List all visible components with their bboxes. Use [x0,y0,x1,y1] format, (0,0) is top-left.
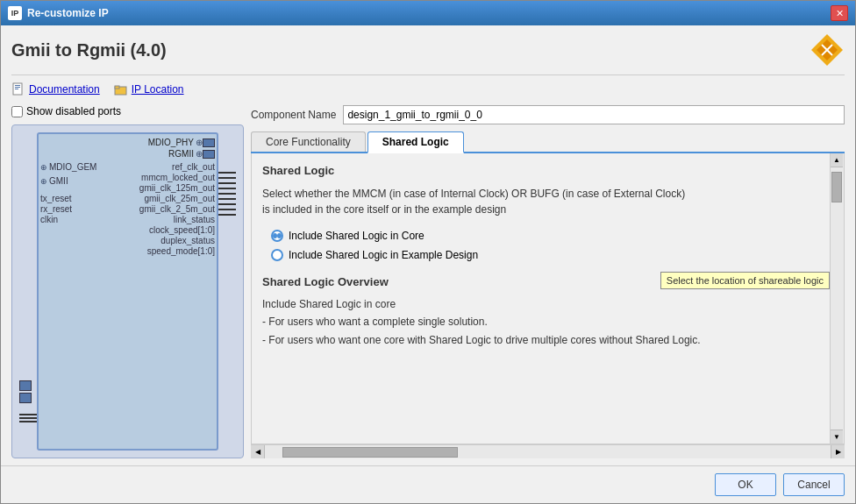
toolbar: Documentation IP Location [11,82,845,96]
scroll-down-arrow[interactable]: ▼ [831,429,843,444]
svg-rect-6 [15,87,20,88]
radio-include-example[interactable]: Include Shared Logic in Example Design [271,249,819,261]
overview-line1: Include Shared Logic in core [262,295,819,313]
radio-example-circle [271,249,283,261]
svg-rect-5 [15,85,20,86]
scroll-thumb[interactable] [831,172,842,202]
scroll-track [831,167,844,429]
show-disabled-label: Show disabled ports [26,105,121,117]
cancel-button[interactable]: Cancel [783,473,845,496]
radio-include-core[interactable]: Include Shared Logic in Core [271,230,819,242]
overview-line2: - For users who want a complete single s… [262,313,819,330]
titlebar: IP Re-customize IP ✕ [1,1,855,25]
shared-logic-content: Shared Logic Select whether the MMCM (in… [252,153,830,444]
main-window: IP Re-customize IP ✕ Gmii to Rgmii (4.0) [0,0,856,504]
footer: OK Cancel [1,465,855,503]
hscroll-right-arrow[interactable]: ▶ [831,445,845,459]
tab-core-functionality[interactable]: Core Functionality [251,131,366,152]
right-panel: Component Name Core Functionality Shared… [251,105,845,458]
ip-location-label: IP Location [132,83,184,96]
app-header: Gmii to Rgmii (4.0) [11,32,845,75]
window-icon: IP [8,6,22,20]
scroll-up-arrow[interactable]: ▲ [831,153,843,167]
documentation-label: Documentation [29,83,100,96]
left-panel: Show disabled ports [11,105,244,458]
app-title: Gmii to Rgmii (4.0) [11,40,167,60]
radio-core-circle [271,230,283,242]
tooltip-text: Select the location of shareable logic [667,275,824,286]
component-name-label: Component Name [251,109,336,121]
tabs-header: Core Functionality Shared Logic [251,131,845,153]
svg-rect-7 [15,89,18,89]
hscroll-track [265,445,831,458]
component-diagram: MDIO_PHY ⊕ RGMII ⊕ [11,124,244,458]
horizontal-scrollbar: ◀ ▶ [251,444,845,458]
ip-location-link[interactable]: IP Location [114,82,184,96]
radio-group: Include Shared Logic in Core Include Sha… [271,230,819,261]
radio-example-label: Include Shared Logic in Example Design [289,249,478,261]
overview-content: Include Shared Logic in core - For users… [262,295,819,349]
close-button[interactable]: ✕ [831,5,848,21]
documentation-link[interactable]: Documentation [11,82,100,96]
component-name-row: Component Name [251,105,845,124]
description-line1: Select whether the MMCM (in case of Inte… [262,188,685,200]
shared-logic-section-title: Shared Logic [262,164,819,177]
vertical-scrollbar: ▲ ▼ [830,153,844,444]
window-body: Gmii to Rgmii (4.0) Documentation [1,25,855,465]
folder-icon [114,82,128,96]
show-disabled-row: Show disabled ports [11,105,244,117]
doc-icon [11,82,25,96]
component-name-input[interactable] [343,105,845,124]
window-title: Re-customize IP [27,7,109,19]
hscroll-left-arrow[interactable]: ◀ [251,445,265,459]
tooltip-box: Select the location of shareable logic [660,272,830,289]
svg-rect-9 [115,86,119,89]
titlebar-left: IP Re-customize IP [8,6,109,20]
show-disabled-checkbox[interactable] [11,106,23,117]
hscroll-thumb[interactable] [282,447,458,458]
ok-button[interactable]: OK [715,473,776,496]
overview-line3: - For users who want one core with Share… [262,331,819,349]
xilinx-logo [810,32,845,67]
content-area: Show disabled ports [11,105,845,458]
description-line2: is included in the core itself or in the… [262,203,506,216]
shared-logic-description: Select whether the MMCM (in case of Inte… [262,186,819,217]
radio-core-label: Include Shared Logic in Core [289,230,424,242]
tabs-container: Core Functionality Shared Logic Shared L… [251,131,845,458]
tab-content-area: Shared Logic Select whether the MMCM (in… [251,153,845,444]
tab-shared-logic[interactable]: Shared Logic [367,131,464,153]
